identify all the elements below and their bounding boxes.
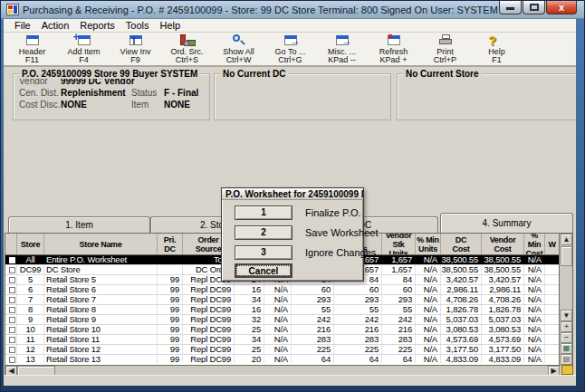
add-item-button[interactable]: +Add ItemF4	[61, 34, 107, 65]
lock-button[interactable]	[561, 365, 573, 375]
menu-file[interactable]: File	[9, 19, 36, 32]
row-checkbox[interactable]	[5, 295, 17, 304]
cell-store: 13	[17, 355, 44, 363]
ord-src-button[interactable]: Ord. Src.Ctrl+S	[164, 34, 210, 65]
tab-1-item[interactable]: 1. Item	[8, 216, 150, 233]
cell-w	[545, 295, 560, 304]
go-to-button[interactable]: →Go To ...Ctrl+G	[267, 34, 313, 65]
maximize-button[interactable]	[523, 1, 545, 14]
cell-w	[545, 355, 560, 363]
table-row-11[interactable]: 11Retail Store 1199Repl DC9934N/A2832832…	[5, 335, 572, 345]
cell-name: Retail Store 11	[44, 335, 158, 344]
toolbar-button-shortcut: Ctrl+P	[434, 56, 456, 64]
menu-reports[interactable]: Reports	[74, 19, 120, 32]
tab-4-summary[interactable]: 4. Summary	[440, 213, 573, 233]
cell-w	[545, 255, 560, 264]
sheet-button[interactable]: ▦	[561, 343, 572, 354]
cell-w	[545, 305, 560, 314]
row-checkbox[interactable]	[5, 345, 17, 354]
table-row-9[interactable]: 9Retail Store 999Repl DC9932N/A242242242…	[5, 315, 572, 325]
help-button[interactable]: ?HelpF1	[474, 34, 520, 65]
show-all-icon	[231, 34, 247, 47]
zoom-in-button[interactable]: +	[561, 321, 572, 332]
grid-print-button[interactable]: ▤	[561, 354, 572, 365]
cell-dc_cost: 38,500.55	[441, 265, 482, 274]
row-checkbox[interactable]	[5, 265, 17, 274]
column-header-w: W	[545, 234, 560, 254]
cell-ord_units: 60	[292, 285, 334, 294]
header-button[interactable]: HeaderF11	[9, 34, 55, 65]
cell-vendor_stk: 225	[382, 345, 416, 354]
app-icon	[6, 4, 19, 15]
row-checkbox[interactable]	[5, 325, 17, 334]
toolbar-button-shortcut: F4	[79, 56, 89, 64]
cell-items: 34	[235, 335, 264, 344]
table-row-8[interactable]: 8Retail Store 899Repl DC9916N/A555555N/A…	[5, 305, 572, 315]
view-inventory-icon: I	[128, 34, 144, 47]
show-all-button[interactable]: Show AllCtrl+W	[216, 34, 262, 65]
menu-action[interactable]: Action	[36, 19, 75, 32]
column-header-store: Store	[17, 234, 44, 254]
row-checkbox[interactable]	[5, 305, 17, 314]
cell-w	[545, 335, 560, 344]
minimize-button[interactable]	[499, 1, 522, 14]
cell-chg: N/A	[264, 315, 292, 324]
scroll-down-button[interactable]: ▼	[561, 310, 572, 321]
cell-items: 16	[235, 305, 264, 314]
menu-help[interactable]: Help	[155, 19, 187, 32]
scroll-up-button[interactable]: ▲	[561, 234, 572, 245]
option-2-button[interactable]: 2	[235, 225, 292, 240]
row-checkbox[interactable]	[5, 355, 17, 363]
cell-w	[545, 275, 560, 284]
cell-stk_units: 60	[334, 285, 382, 294]
cell-pct_min_units: N/A	[416, 355, 441, 363]
cell-pct_min_cost: N/A	[524, 355, 545, 363]
cell-store: 7	[17, 295, 44, 304]
table-row-12[interactable]: 12Retail Store 1299Repl DC9925N/A2252252…	[5, 345, 572, 355]
table-row-6[interactable]: 6Retail Store 699Repl DC9916N/A606060N/A…	[5, 285, 572, 295]
view-inv-button[interactable]: IView InvF9	[112, 34, 158, 65]
table-row-13[interactable]: 13Retail Store 1399Repl DC9920N/A646464N…	[5, 355, 572, 363]
cell-items: 34	[235, 295, 264, 304]
option-1-button[interactable]: 1	[235, 206, 292, 220]
cell-vendor_cost: 38,500.55	[482, 265, 524, 274]
row-checkbox[interactable]	[5, 285, 17, 294]
row-checkbox[interactable]	[5, 275, 17, 284]
checkbox-icon	[9, 307, 15, 313]
cell-vendor_cost: 2,986.11	[482, 285, 524, 294]
option-save-worksheet-label: Save Worksheet	[305, 227, 379, 238]
dialog-option-row: 2Save Worksheet	[235, 225, 379, 240]
cell-stk_units: 242	[334, 315, 382, 324]
cancel-button[interactable]: Cancel	[235, 263, 292, 278]
cen-dist-value: Replenishment	[61, 88, 131, 98]
refresh-button[interactable]: RefreshKPad +	[370, 34, 417, 65]
cell-pri: 99	[158, 335, 183, 344]
row-checkbox[interactable]	[5, 335, 17, 344]
option-3-button[interactable]: 3	[235, 245, 292, 260]
misc-button[interactable]: →Misc. ...KPad --	[319, 34, 365, 65]
zoom-out-button[interactable]: −	[561, 332, 572, 343]
row-checkbox[interactable]	[5, 315, 17, 324]
dialog-option-row: 1Finalize P.O.	[235, 206, 361, 220]
menu-tools[interactable]: Tools	[120, 19, 155, 32]
column-header-vendor_stk: Vendor Stk Units	[382, 234, 416, 254]
cell-vendor_stk: 64	[382, 355, 416, 363]
cell-chg: N/A	[264, 335, 292, 344]
toolbar-button-shortcut: Ctrl+W	[226, 56, 252, 64]
close-button[interactable]: x	[546, 1, 577, 14]
cell-vendor_cost: 3,177.50	[482, 345, 524, 354]
app-window: Purchasing & Receiving - P.O. # 24591000…	[0, 0, 585, 392]
cell-stk_units: 225	[334, 345, 382, 354]
cell-vendor_stk: 283	[382, 335, 416, 344]
row-checkbox[interactable]	[5, 255, 17, 264]
table-row-10[interactable]: 10Retail Store 1099Repl DC9925N/A2162162…	[5, 325, 572, 335]
cell-pri: 99	[158, 325, 183, 334]
vertical-scrollbar[interactable]: ▲ ▼ + − ▦ ▤	[559, 234, 572, 365]
cell-pct_min_units: N/A	[416, 345, 441, 354]
cell-vendor_stk: 242	[382, 315, 416, 324]
option-finalize-p-o-label: Finalize P.O.	[305, 207, 361, 218]
print-button[interactable]: PrintCtrl+P	[422, 34, 468, 65]
refresh-icon	[386, 34, 402, 47]
vertical-scroll-thumb[interactable]	[561, 246, 572, 266]
table-row-7[interactable]: 7Retail Store 799Repl DC9934N/A293293293…	[5, 295, 572, 305]
